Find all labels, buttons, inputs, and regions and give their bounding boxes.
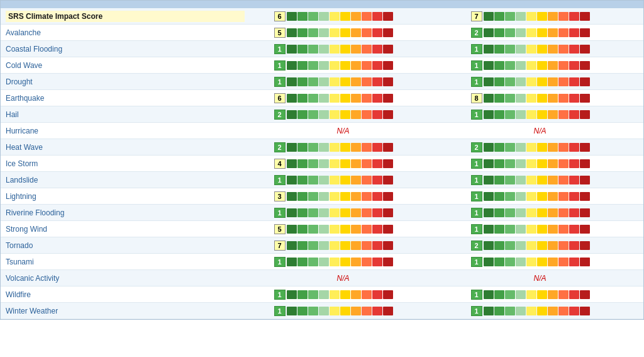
- bar-segment: [308, 208, 318, 217]
- score-cell: 7: [441, 11, 638, 21]
- score-badge: 1: [471, 224, 482, 234]
- bar-segment: [494, 290, 504, 299]
- bar-segment: [330, 241, 340, 250]
- bar-segment: [297, 208, 308, 217]
- score-bar: 1: [274, 60, 413, 71]
- bar-segment: [569, 45, 579, 54]
- bar-segment: [319, 176, 329, 184]
- bar-segment: [340, 225, 350, 234]
- bar-segment: [537, 28, 547, 37]
- bar-segment: [537, 143, 547, 152]
- score-cell: 1: [245, 60, 441, 71]
- score-badge: 1: [471, 110, 482, 120]
- bar-segment: [297, 307, 308, 315]
- bar-segment: [537, 192, 547, 201]
- score-badge: 1: [471, 60, 482, 71]
- score-badge: 1: [274, 306, 286, 316]
- bar-segment: [351, 143, 361, 152]
- bar-segment: [372, 208, 382, 217]
- bar-segment: [548, 110, 558, 119]
- bar-segment: [494, 12, 504, 21]
- bar-segment: [558, 307, 569, 315]
- bar-segment: [330, 208, 340, 217]
- bar-segment: [505, 225, 515, 234]
- score-badge: 6: [274, 93, 286, 103]
- score-badge: 2: [274, 142, 286, 152]
- score-badge: 3: [274, 191, 286, 201]
- bar-segment: [372, 258, 382, 266]
- bar-segment: [287, 159, 297, 168]
- bar-segment: [297, 225, 308, 234]
- table-row: Earthquake 6 8: [1, 90, 643, 106]
- table-row: Strong Wind 5 1: [1, 221, 643, 237]
- bar-segment: [526, 208, 536, 217]
- score-badge: 7: [471, 11, 482, 21]
- score-badge: 6: [274, 11, 286, 21]
- bar-segment: [351, 225, 361, 234]
- score-bar: 1: [471, 60, 609, 71]
- bar-segment: [484, 192, 494, 201]
- risk-name: Tornado: [6, 241, 245, 250]
- bar-segments: [484, 143, 590, 152]
- score-badge: 5: [274, 28, 286, 38]
- bar-segment: [308, 143, 318, 152]
- bar-segment: [505, 110, 515, 119]
- bar-segment: [297, 192, 308, 201]
- score-bar: 2: [471, 241, 609, 251]
- bar-segment: [484, 94, 494, 103]
- bar-segment: [340, 176, 350, 184]
- score-na: N/A: [245, 274, 441, 283]
- bar-segment: [319, 192, 329, 201]
- bar-segment: [516, 28, 526, 37]
- bar-segment: [287, 208, 297, 217]
- bar-segment: [351, 45, 361, 54]
- bar-segment: [548, 225, 558, 234]
- bar-segment: [494, 192, 504, 201]
- bar-segment: [494, 45, 504, 54]
- table-row: Volcanic Activity N/A N/A: [1, 270, 643, 286]
- bar-segment: [580, 45, 590, 54]
- table-row: Riverine Flooding 1 1: [1, 205, 643, 221]
- bar-segment: [340, 110, 350, 119]
- bar-segments: [484, 12, 590, 21]
- score-cell: 1: [441, 191, 638, 201]
- bar-segment: [372, 28, 382, 37]
- bar-segment: [569, 110, 579, 119]
- bar-segment: [372, 159, 382, 168]
- bar-segment: [580, 258, 590, 266]
- bar-segment: [569, 208, 579, 217]
- score-badge: 1: [471, 290, 482, 300]
- bar-segment: [287, 290, 297, 299]
- bar-segment: [505, 94, 515, 103]
- bar-segment: [287, 61, 297, 70]
- table-row: Coastal Flooding 1 1: [1, 41, 643, 57]
- bar-segments: [287, 307, 393, 315]
- bar-segment: [372, 61, 382, 70]
- bar-segment: [548, 258, 558, 266]
- bar-segment: [580, 61, 590, 70]
- bar-segment: [548, 241, 558, 250]
- bar-segment: [362, 61, 372, 70]
- score-cell: 1: [441, 44, 638, 54]
- bar-segment: [494, 61, 504, 70]
- risk-name: Volcanic Activity: [6, 274, 245, 283]
- bar-segment: [558, 192, 569, 201]
- score-badge: 1: [471, 77, 482, 87]
- bar-segment: [351, 258, 361, 266]
- bar-segment: [537, 94, 547, 103]
- score-bar: 1: [471, 208, 609, 218]
- score-cell: 1: [245, 306, 441, 316]
- bar-segments: [484, 307, 590, 315]
- bar-segment: [548, 159, 558, 168]
- bar-segment: [383, 307, 393, 315]
- bar-segment: [362, 241, 372, 250]
- bar-segment: [351, 28, 361, 37]
- bar-segment: [484, 208, 494, 217]
- bar-segment: [372, 45, 382, 54]
- bar-segment: [287, 258, 297, 266]
- table-header: [1, 1, 643, 8]
- risk-name: Ice Storm: [6, 159, 245, 168]
- bar-segment: [383, 143, 393, 152]
- bar-segments: [484, 45, 590, 54]
- bar-segment: [340, 208, 350, 217]
